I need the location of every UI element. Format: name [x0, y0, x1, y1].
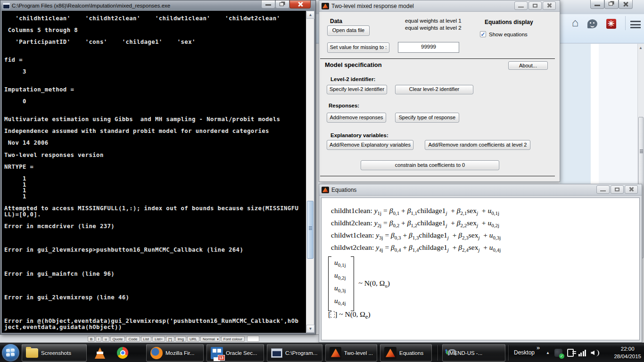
- model-maximize-button[interactable]: [528, 1, 542, 10]
- console-output-area[interactable]: 'childht1clean' 'childht2clean' 'childwt…: [2, 11, 314, 333]
- editor-button[interactable]: Img: [175, 336, 186, 342]
- desktop: ⌂ ✳ ▲ BiuQuoteCodeListList=[*]ImgURLNorm…: [0, 0, 644, 362]
- antivirus-tray-icon[interactable]: [554, 349, 562, 357]
- browser-restore-button[interactable]: [604, 0, 619, 9]
- open-data-file-button[interactable]: Open data file: [327, 25, 370, 36]
- clock-date: 28/04/2015: [614, 353, 641, 360]
- equations-canvas: childht1clean: y1j = β0,1 + β1,1childage…: [321, 197, 640, 340]
- menu-icon[interactable]: [630, 19, 641, 30]
- model-window: Two-level mixed response model Data Open…: [319, 0, 560, 182]
- equation-row: childwt1clean: y3j = β0,3 + β1,3childage…: [331, 231, 501, 243]
- u-vector-entries: u0,1ju0,2ju0,3ju0,4j: [331, 256, 351, 311]
- u-vector-entry: u0,3j: [334, 284, 346, 296]
- taskbar-mend-window[interactable]: ⬆ ⬇ MEND-US -...: [442, 344, 505, 362]
- browser-close-button[interactable]: [619, 0, 633, 9]
- matlab-icon: [384, 347, 396, 359]
- equations-maximize-button[interactable]: [611, 185, 624, 194]
- equations-titlebar[interactable]: Equations: [319, 184, 642, 196]
- console-scrollbar-thumb[interactable]: [307, 201, 314, 259]
- show-hidden-icons-button[interactable]: ▲: [546, 351, 550, 355]
- editor-format-dropdown[interactable]: Normal: [200, 336, 220, 342]
- scroll-up-icon[interactable]: ▲: [639, 46, 643, 50]
- taskbar-chrome-pinned[interactable]: [113, 344, 132, 362]
- equations-window: Equations childht1clean: y1j = β0,1 + β1…: [319, 184, 642, 343]
- chrome-icon: [117, 347, 128, 359]
- volume-icon[interactable]: [591, 350, 599, 356]
- about-button[interactable]: About...: [508, 61, 548, 70]
- matlab-icon: [330, 347, 341, 359]
- responses-label: Responses:: [329, 103, 359, 108]
- taskbar-screenshots-window[interactable]: Screenshots: [22, 344, 87, 362]
- console-scroll-down-icon[interactable]: ▼: [306, 325, 314, 333]
- editor-button[interactable]: List: [141, 336, 151, 342]
- notification-badge: 13: [218, 355, 225, 361]
- taskbar-label: Two-level ...: [344, 350, 373, 356]
- editor-button[interactable]: List=: [152, 336, 165, 342]
- specify-level2-button[interactable]: Specify level-2 identifier: [327, 85, 387, 94]
- model-minimize-button[interactable]: [514, 1, 528, 10]
- editor-button[interactable]: B: [88, 336, 95, 342]
- console-app-icon: [271, 348, 282, 358]
- chat-icon[interactable]: [586, 18, 598, 29]
- specify-response-type-button[interactable]: Specify type of response: [395, 113, 459, 123]
- console-title: C:\Program Files (x86)\Realcom\Imputatio…: [12, 3, 170, 8]
- taskbar-vlc-pinned[interactable]: [91, 344, 109, 362]
- browser-minimize-button[interactable]: [590, 0, 604, 9]
- show-equations-label: Show equations: [489, 32, 528, 37]
- console-minimize-button[interactable]: [261, 0, 275, 8]
- u-vector-matrix: u0,1ju0,2ju0,3ju0,4j ~ N(0, Ωu): [328, 256, 390, 311]
- u-distribution: ~ N(0, Ωu): [359, 279, 390, 288]
- editor-button[interactable]: Quote: [110, 336, 125, 342]
- taskbar-matlab-model-window[interactable]: Two-level ...: [325, 344, 377, 362]
- taskbar-firefox-window[interactable]: Mozilla Fir...: [146, 344, 204, 362]
- console-close-button[interactable]: [289, 0, 311, 8]
- equation-row: childht2clean: y2j = β0,2 + β1,2childage…: [331, 219, 501, 231]
- editor-button[interactable]: [*]: [166, 336, 174, 342]
- clear-level2-button[interactable]: Clear level-2 identifier: [395, 85, 473, 94]
- clock-time: 22:00: [614, 345, 641, 353]
- taskbar-label: Oracle Sec...: [226, 350, 257, 356]
- vlc-icon: [95, 347, 105, 359]
- missing-value-input[interactable]: 99999: [398, 42, 459, 53]
- equations-minimize-button[interactable]: [596, 185, 610, 194]
- add-random-coefficients-button[interactable]: Add/Remove random coefficients at level …: [425, 140, 530, 150]
- start-button[interactable]: [2, 344, 19, 362]
- editor-buttons: BiuQuoteCodeListList=[*]ImgURLNormalFont…: [88, 336, 245, 342]
- network-signal-icon[interactable]: [578, 350, 586, 356]
- equations-close-button[interactable]: [625, 185, 638, 194]
- model-close-button[interactable]: [543, 1, 556, 10]
- desktop-chevron[interactable]: »: [537, 344, 540, 351]
- safely-remove-hardware-icon[interactable]: [567, 349, 574, 357]
- weights-line-1: equal weights at level 1: [405, 18, 462, 24]
- console-scroll-up-icon[interactable]: ▲: [306, 11, 314, 19]
- equations-display-heading: Equations display: [485, 19, 533, 25]
- u-vector-entry: u0,4j: [334, 296, 346, 309]
- editor-font-colour-button[interactable]: Font colour: [221, 336, 245, 342]
- constrain-beta-button[interactable]: constrain beta coefficients to 0: [361, 160, 499, 170]
- set-missing-value-button[interactable]: Set value for missing to :: [327, 42, 389, 53]
- editor-button[interactable]: u: [102, 336, 109, 342]
- explanatory-variables-label: Explanatory variables:: [330, 132, 388, 138]
- editor-button[interactable]: i: [96, 336, 101, 342]
- section-divider: [320, 58, 555, 59]
- console-restore-button[interactable]: [275, 0, 289, 8]
- home-icon[interactable]: ⌂: [570, 17, 581, 28]
- show-equations-checkbox[interactable]: ✓: [480, 31, 486, 37]
- editor-button[interactable]: URL: [187, 336, 199, 342]
- taskbar-console-window[interactable]: C:\Program...: [267, 344, 322, 362]
- taskbar-clock[interactable]: 22:00 28/04/2015: [614, 345, 641, 360]
- firefox-icon: [150, 347, 163, 359]
- taskbar-matlab-equations-window[interactable]: Equations: [380, 344, 432, 362]
- add-remove-responses-button[interactable]: Add/remove responses: [327, 113, 386, 123]
- taskbar-oracle-window[interactable]: 13 Oracle Sec...: [206, 344, 264, 362]
- taskbar: Screenshots Mozilla Fir... 13 Oracle Sec…: [0, 343, 644, 362]
- left-bracket: [328, 256, 331, 311]
- desktop-toolbar-label[interactable]: Desktop: [514, 349, 535, 356]
- e-distribution: [] ~ N(0, Ωe): [328, 310, 371, 321]
- lastpass-icon[interactable]: ✳: [605, 18, 617, 29]
- equations-window-title: Equations: [331, 187, 356, 193]
- add-explanatory-button[interactable]: Add/Remove Explanatory variables: [327, 140, 413, 150]
- editor-button[interactable]: Code: [126, 336, 140, 342]
- windows-logo-icon: [6, 348, 15, 356]
- console-scrollbar[interactable]: ▲ ▼: [306, 11, 314, 333]
